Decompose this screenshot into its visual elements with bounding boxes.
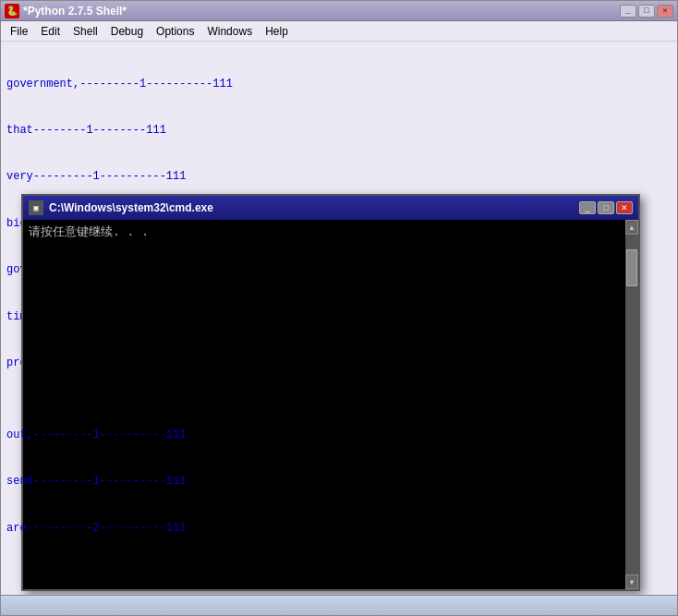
shell-line-1: government,---------1----------111: [6, 77, 672, 92]
cmd-title-buttons: _ □ ✕: [579, 201, 633, 214]
cmd-close-button[interactable]: ✕: [616, 201, 633, 214]
menu-windows[interactable]: Windows: [201, 23, 258, 40]
status-bar: [1, 595, 677, 615]
menu-bar: File Edit Shell Debug Options Windows He…: [1, 21, 677, 42]
menu-options[interactable]: Options: [151, 23, 200, 40]
title-bar-left: 🐍 *Python 2.7.5 Shell*: [5, 4, 127, 18]
cmd-scroll-thumb[interactable]: [626, 249, 637, 286]
cmd-app-icon: ▣: [29, 200, 43, 215]
maximize-button[interactable]: □: [638, 5, 655, 18]
menu-debug[interactable]: Debug: [105, 23, 149, 40]
python-shell-window: 🐍 *Python 2.7.5 Shell* _ □ ✕ File Edit S…: [0, 0, 678, 616]
close-button[interactable]: ✕: [657, 5, 673, 18]
shell-content[interactable]: government,---------1----------111 that-…: [1, 42, 677, 595]
shell-line-bottom-1: out,---------1----------111: [6, 428, 186, 443]
cmd-scrollbar[interactable]: ▲ ▼: [625, 220, 638, 589]
menu-edit[interactable]: Edit: [35, 23, 66, 40]
menu-help[interactable]: Help: [260, 23, 294, 40]
cmd-window-title: C:\Windows\system32\cmd.exe: [49, 201, 213, 214]
cmd-output: 请按任意键继续. . .: [29, 223, 620, 242]
cmd-scroll-up[interactable]: ▲: [625, 220, 638, 235]
shell-line-bottom-2: send---------1----------111: [6, 474, 186, 489]
shell-line-bottom-3: are----------2----------111: [6, 521, 186, 537]
menu-file[interactable]: File: [5, 23, 33, 40]
menu-shell[interactable]: Shell: [67, 23, 103, 40]
cmd-minimize-button[interactable]: _: [579, 201, 596, 214]
cmd-title-bar: ▣ C:\Windows\system32\cmd.exe _ □ ✕: [23, 196, 638, 220]
title-bar: 🐍 *Python 2.7.5 Shell* _ □ ✕: [1, 1, 677, 21]
shell-line-2: that--------1--------111: [6, 123, 672, 139]
cmd-scroll-down[interactable]: ▼: [625, 574, 638, 589]
title-buttons: _ □ ✕: [620, 5, 673, 18]
shell-line-3: very---------1----------111: [6, 169, 672, 185]
cmd-maximize-button[interactable]: □: [598, 201, 614, 214]
shell-output-bottom: out,---------1----------111 send--------…: [6, 396, 186, 567]
cmd-title-left: ▣ C:\Windows\system32\cmd.exe: [29, 200, 213, 215]
window-title: *Python 2.7.5 Shell*: [23, 5, 127, 18]
python-icon: 🐍: [5, 4, 19, 18]
minimize-button[interactable]: _: [620, 5, 636, 18]
